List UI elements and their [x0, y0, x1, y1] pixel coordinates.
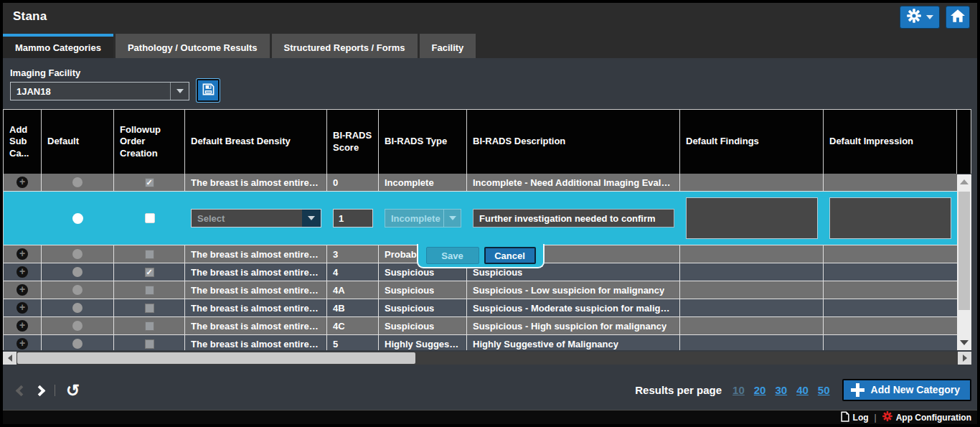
birads-type-value: Suspicious [385, 285, 434, 296]
plus-icon [851, 383, 864, 397]
cancel-button[interactable]: Cancel [484, 247, 536, 264]
results-per-page-50[interactable]: 50 [818, 384, 830, 396]
default-impression-textarea[interactable] [829, 197, 951, 239]
breast-density-cell: The breast is almost entirely fat [185, 174, 327, 191]
horizontal-scrollbar-thumb[interactable] [17, 352, 415, 364]
followup-checkbox[interactable] [145, 322, 154, 331]
add-subcategory-icon[interactable]: + [17, 266, 28, 278]
birads-description-input[interactable]: Further investigation needed to confirm [473, 209, 674, 227]
add-sub-category-cell: + [4, 299, 42, 316]
table-row: +✓The breast is almost entirely fat0Inco… [4, 174, 957, 192]
default-radio[interactable] [72, 339, 83, 349]
default-cell [42, 245, 114, 263]
default-radio[interactable] [72, 321, 83, 331]
followup-checkbox[interactable] [145, 304, 154, 313]
col-header-birads-description: BI-RADS Description [467, 110, 680, 174]
results-per-page-40[interactable]: 40 [796, 384, 809, 396]
default-cell [42, 335, 114, 350]
add-subcategory-icon[interactable]: + [17, 320, 28, 332]
table-row: +The breast is almost entirely fat4ASusp… [4, 281, 957, 299]
add-subcategory-icon[interactable]: + [17, 177, 28, 188]
birads-score-cell: 4 [327, 263, 379, 281]
birads-score-input[interactable]: 1 [333, 209, 373, 227]
tab-mammo-categories[interactable]: Mammo Categories [3, 34, 113, 58]
col-header-birads-type: BI-RADS Type [379, 110, 467, 174]
dropdown-caret [443, 210, 461, 227]
scroll-down-arrow[interactable] [957, 337, 971, 349]
add-new-category-button[interactable]: Add New Category [842, 379, 971, 401]
breast-density-cell: The breast is almost entirely fat [185, 335, 327, 350]
breast-density-cell: The breast is almost entirely fat [185, 317, 327, 334]
birads-type-value: Highly Suggesti... [385, 339, 461, 349]
vertical-scrollbar-thumb[interactable] [958, 192, 970, 310]
birads-type-cell: Incomplete [379, 192, 467, 245]
refresh-icon[interactable]: ↺ [66, 383, 80, 398]
default-findings-cell [680, 192, 824, 245]
add-sub-category-cell: + [4, 263, 42, 281]
followup-checkbox[interactable] [145, 250, 154, 259]
save-facility-button[interactable] [197, 79, 220, 102]
app-configuration-link[interactable]: App Configuration [882, 411, 971, 423]
divider: | [875, 413, 877, 423]
followup-checkbox[interactable] [145, 339, 154, 349]
followup-checkbox[interactable] [145, 213, 155, 223]
results-per-page-20[interactable]: 20 [754, 384, 766, 396]
next-page-icon[interactable] [34, 385, 46, 396]
results-per-page-label: Results per page [635, 384, 722, 396]
add-subcategory-icon[interactable]: + [17, 248, 28, 260]
imaging-facility-select[interactable]: 1JAN18 [10, 82, 189, 100]
breast-density-cell: The breast is almost entirely fat [185, 245, 327, 263]
default-findings-cell [680, 299, 824, 316]
birads-description-cell: Suspicious - High suspicion for malignan… [467, 317, 680, 334]
horizontal-scrollbar[interactable] [3, 352, 971, 365]
vertical-scrollbar[interactable] [957, 174, 971, 350]
results-per-page-30[interactable]: 30 [775, 384, 787, 396]
add-sub-category-cell [4, 192, 42, 245]
followup-checkbox[interactable]: ✓ [145, 178, 154, 187]
add-subcategory-icon[interactable]: + [17, 284, 28, 296]
tab-pathology-outcome-results[interactable]: Pathology / Outcome Results [116, 34, 270, 58]
add-subcategory-icon[interactable]: + [17, 302, 28, 314]
default-radio[interactable] [72, 285, 83, 295]
birads-score-cell: 5 [327, 335, 379, 350]
breast-density-cell: The breast is almost entirely fat [185, 299, 327, 316]
default-radio[interactable] [72, 213, 83, 224]
default-cell [42, 317, 114, 334]
chevron-down-icon [926, 15, 933, 19]
breast-density-cell: Select [185, 192, 327, 245]
default-radio[interactable] [72, 177, 83, 187]
add-subcategory-icon[interactable]: + [17, 338, 28, 349]
scroll-right-arrow[interactable] [958, 352, 971, 365]
tab-structured-reports-forms[interactable]: Structured Reports / Forms [272, 34, 418, 58]
default-impression-cell [824, 299, 957, 316]
default-impression-cell [824, 174, 957, 191]
breast-density-select[interactable]: Select [191, 209, 321, 227]
document-icon [841, 411, 849, 424]
home-button[interactable] [946, 6, 970, 29]
followup-checkbox[interactable] [145, 286, 154, 295]
breast-density-value: The breast is almost entirely fat [191, 177, 321, 188]
top-bar: Stana [3, 3, 977, 34]
add-sub-category-cell: + [4, 281, 42, 299]
previous-page-icon[interactable] [16, 385, 27, 396]
settings-button[interactable] [900, 6, 940, 29]
default-radio[interactable] [72, 303, 83, 313]
log-link[interactable]: Log [841, 411, 869, 424]
results-per-page-10[interactable]: 10 [732, 384, 745, 396]
default-impression-cell [824, 192, 957, 245]
breast-density-placeholder: Select [192, 210, 302, 227]
default-radio[interactable] [72, 267, 83, 277]
default-findings-textarea[interactable] [686, 197, 818, 239]
dropdown-caret [170, 83, 189, 100]
scroll-left-arrow[interactable] [3, 352, 17, 365]
save-button[interactable]: Save [426, 247, 479, 264]
home-icon [951, 9, 965, 26]
birads-description-cell: Suspicious - Low suspicion for malignanc… [467, 281, 680, 299]
add-sub-category-cell: + [4, 245, 42, 263]
scroll-up-arrow[interactable] [957, 176, 971, 188]
followup-checkbox[interactable]: ✓ [145, 268, 154, 277]
imaging-facility-label: Imaging Facility [10, 67, 80, 78]
default-findings-cell [680, 317, 824, 334]
default-radio[interactable] [72, 249, 83, 259]
tab-facility[interactable]: Facility [420, 34, 476, 58]
